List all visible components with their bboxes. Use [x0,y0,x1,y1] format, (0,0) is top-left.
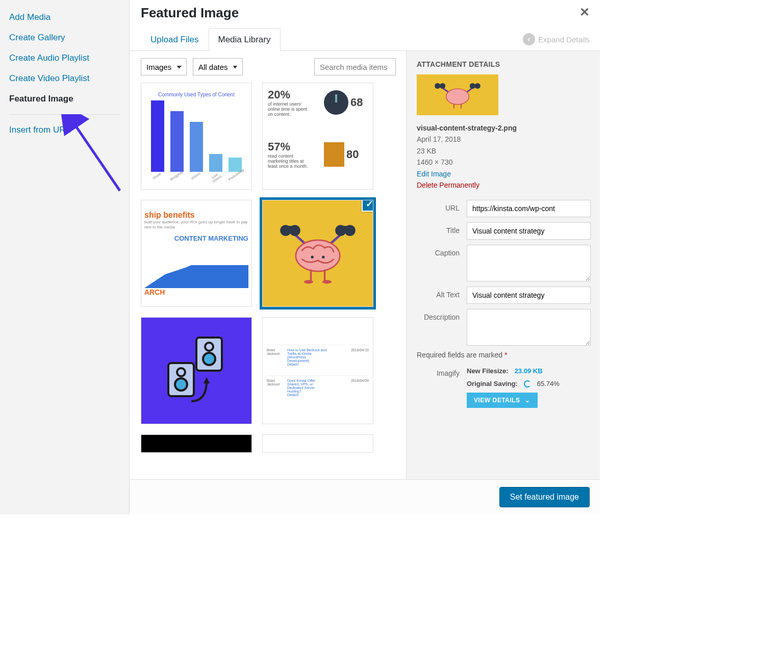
view-details-button[interactable]: VIEW DETAILS ⌄ [467,393,538,408]
sidebar-item-insert-url[interactable]: Insert from URL [0,120,129,140]
media-thumbnail[interactable]: 20%of internet users' online time is spe… [262,83,373,190]
sidebar-item-add-media[interactable]: Add Media [0,7,129,28]
sidebar-item-create-audio[interactable]: Create Audio Playlist [0,48,129,68]
url-label: URL [417,200,460,212]
media-thumbnail[interactable] [262,434,373,453]
delete-permanently-link[interactable]: Delete Permanently [417,179,591,191]
caption-field[interactable] [467,245,591,281]
media-thumbnail[interactable] [141,317,252,424]
footer-toolbar: Set featured image [130,480,600,514]
search-input[interactable] [314,58,396,75]
description-field[interactable] [467,309,591,346]
media-thumbnail[interactable] [141,434,252,453]
original-saving-label: Original Saving: [467,380,518,387]
svg-marker-21 [204,377,210,383]
svg-point-14 [322,256,324,259]
svg-point-13 [311,256,314,259]
svg-point-17 [203,353,215,365]
svg-point-20 [175,378,187,391]
new-filesize-value: 23.09 KB [515,367,543,375]
chevron-down-icon: ⌄ [525,397,530,404]
imagify-label: Imagify [417,367,460,377]
caption-label: Caption [417,245,460,257]
description-label: Description [417,309,460,321]
original-saving-value: 65.74% [537,380,560,387]
edit-image-link[interactable]: Edit Image [417,168,591,179]
media-thumbnail[interactable]: Commonly Used Types of Conent Visual Blo… [141,83,252,190]
chevron-left-icon: ‹ [523,33,535,45]
set-featured-image-button[interactable]: Set featured image [499,487,590,507]
media-thumbnail-selected[interactable]: ✓ [262,200,373,307]
details-heading: ATTACHMENT DETAILS [417,60,591,68]
new-filesize-label: New Filesize: [467,367,509,375]
alt-label: Alt Text [417,287,460,299]
svg-rect-7 [340,226,351,228]
filter-type-select[interactable]: Images [141,58,187,75]
sidebar-divider [9,114,120,115]
tab-upload-files[interactable]: Upload Files [141,28,209,51]
svg-point-28 [475,83,480,89]
svg-rect-4 [285,226,296,228]
url-field[interactable] [467,200,591,217]
tabs-row: Upload Files Media Library ‹ Expand Deta… [130,28,600,51]
attachment-details-panel: ATTACHMENT DETAILS visual-content-str [406,51,600,479]
filter-date-select[interactable]: All dates [193,58,243,75]
sidebar-item-create-gallery[interactable]: Create Gallery [0,28,129,48]
thumb-chart-bars [151,100,242,172]
title-label: Title [417,222,460,235]
detail-thumbnail [417,74,498,115]
svg-point-26 [440,83,445,89]
detail-filename: visual-content-strategy-2.png [417,122,591,134]
close-icon[interactable]: ✕ [579,5,590,19]
main-panel: Featured Image ✕ Upload Files Media Libr… [130,0,600,514]
svg-point-12 [322,280,332,283]
tab-media-library[interactable]: Media Library [209,28,281,51]
svg-point-11 [304,280,313,283]
svg-point-27 [470,83,475,89]
check-icon[interactable]: ✓ [362,200,373,212]
detail-size: 23 KB [417,145,591,157]
left-sidebar: Add Media Create Gallery Create Audio Pl… [0,0,130,514]
spinner-icon [524,380,531,387]
svg-point-25 [435,83,440,89]
title-field[interactable] [467,222,591,240]
required-note: Required fields are marked * [417,351,591,359]
cache-image [161,332,232,409]
alt-field[interactable] [467,287,591,304]
svg-point-29 [446,89,469,105]
page-title: Featured Image [141,5,239,21]
expand-details-label: Expand Details [538,35,590,44]
media-thumbnail[interactable]: ship benefits built your audience, your … [141,200,252,307]
thumbnail-grid: Commonly Used Types of Conent Visual Blo… [141,83,401,453]
expand-details-button[interactable]: ‹ Expand Details [523,33,590,45]
thumb-chart-title: Commonly Used Types of Conent [158,92,234,97]
sidebar-item-create-video[interactable]: Create Video Playlist [0,68,129,89]
media-thumbnail[interactable]: Brian Jackson How to Use Bedrock and Tre… [262,317,373,424]
detail-dimensions: 1460 × 730 [417,157,591,168]
detail-date: April 17, 2018 [417,134,591,145]
media-library: Images All dates Commonly Used Types of … [130,51,406,479]
brain-image [272,213,364,294]
sidebar-item-featured-image[interactable]: Featured Image [0,89,129,109]
